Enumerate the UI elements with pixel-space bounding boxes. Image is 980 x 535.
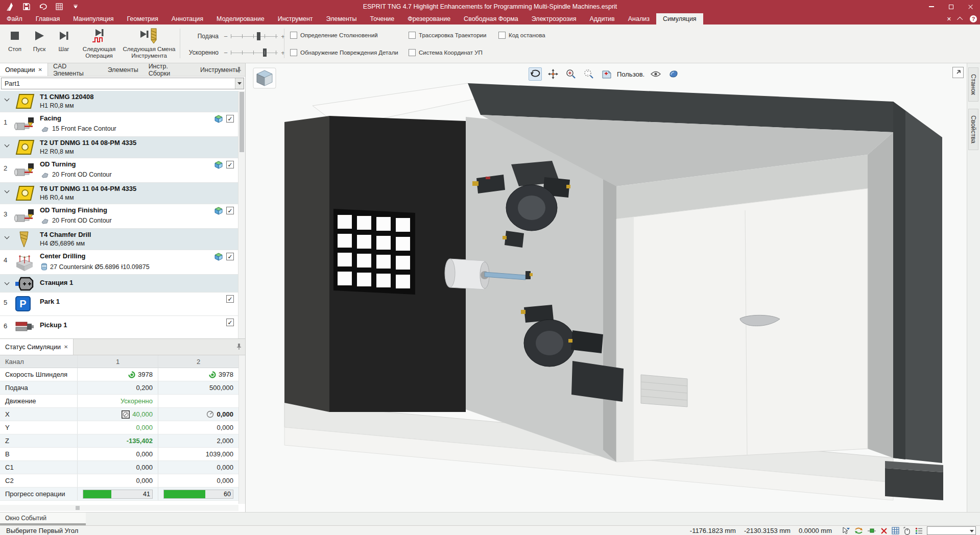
ribbon-close-icon[interactable]: ✕ [947,16,951,22]
tree-row-op-od-turning[interactable]: 2 OD Turning 20 Front OD Contour ✓ [0,158,238,183]
menu-tab-features[interactable]: Элементы [320,13,364,25]
menu-tab-simulation[interactable]: Симуляция [656,13,703,25]
tree-row-tool-t1[interactable]: T1 CNMG 120408 H1 R0,8 мм [0,91,238,112]
operation-checkbox[interactable]: ✓ [226,319,234,326]
tab-close-icon[interactable]: ✕ [38,67,42,72]
maximize-button[interactable] [941,0,961,13]
verify-cube-icon[interactable] [214,161,223,171]
rapid-slider-plus[interactable]: + [280,49,286,57]
chevron-down-icon[interactable] [5,96,10,102]
nc-coordinate-system-checkbox[interactable]: Система Координат УП [409,49,483,56]
tab-features[interactable]: Элементы [103,63,144,76]
chevron-down-icon[interactable] [5,142,10,148]
next-tool-change-button[interactable]: Следующая Смена Инструмента [123,27,176,61]
chevron-down-icon[interactable] [5,188,10,193]
tree-scrollbar-thumb[interactable] [240,92,244,152]
nc-code-icon[interactable] [53,2,65,12]
machine-3d-render[interactable] [246,63,967,512]
tab-properties[interactable]: Свойства [968,109,978,150]
menu-tab-geometry[interactable]: Геометрия [120,13,164,25]
part-selector-dropdown-icon[interactable] [235,78,244,89]
pin-icon[interactable] [236,66,242,76]
quick-access-caret-icon[interactable] [69,2,82,12]
next-operation-button[interactable]: Следующая Операция [77,27,122,61]
chevron-down-icon[interactable] [5,280,10,285]
menu-tab-annotation[interactable]: Аннотация [165,13,210,25]
rapid-slider-thumb[interactable] [263,48,267,57]
menu-tab-modeling[interactable]: Моделирование [210,13,271,25]
rotate-view-icon[interactable] [529,67,542,81]
tree-row-tool-t6[interactable]: T6 UT DNMG 11 04 04-PM 4335 H6 R0,4 мм [0,183,238,204]
view-cube-icon[interactable] [253,67,276,91]
tab-machine[interactable]: Станок [968,67,978,102]
save-icon[interactable] [20,2,33,12]
simulation-viewport[interactable]: Пользов. [246,63,967,512]
rapid-slider[interactable] [231,49,278,56]
tree-row-op-facing[interactable]: 1 Facing 15 Front Face Contour ✓ [0,112,238,137]
collision-detection-checkbox[interactable]: Определение Столкновений [290,32,378,39]
minimize-button[interactable] [922,0,941,13]
undo-icon[interactable] [37,2,49,12]
stop-button[interactable]: Стоп [3,27,27,61]
feed-slider-minus[interactable]: − [223,33,229,40]
grid-icon[interactable] [892,527,899,534]
part-damage-detection-checkbox[interactable]: Обнаружение Повреждения Детали [290,49,398,56]
part-selector[interactable]: Part1 [1,78,244,89]
select-filter-icon[interactable] [842,527,850,535]
close-button[interactable] [961,0,980,13]
menu-tab-edm[interactable]: Электроэрозия [525,13,583,25]
pan-view-icon[interactable] [546,67,560,81]
verify-cube-icon[interactable] [214,253,223,263]
zoom-window-icon[interactable] [582,67,595,81]
tab-cad-elements[interactable]: CAD Элементы [48,63,103,76]
layer-dropdown[interactable] [927,526,976,535]
ribbon-collapse-icon[interactable] [957,17,963,22]
menu-tab-tool[interactable]: Инструмент [271,13,320,25]
visibility-eye-icon[interactable] [649,67,662,81]
layers-list-icon[interactable] [915,527,923,534]
tab-close-icon[interactable]: ✕ [64,344,68,350]
trace-toolpath-checkbox[interactable]: Трассировка Траектории [409,32,486,39]
play-button[interactable]: Пуск [28,27,51,61]
status-table-hscrollbar[interactable] [0,505,238,511]
delete-icon[interactable] [880,527,888,534]
rapid-slider-minus[interactable]: − [223,49,229,57]
user-view-label[interactable]: Пользов. [617,70,644,78]
operation-checkbox[interactable]: ✓ [226,295,234,303]
tab-tool-assemblies[interactable]: Инстр. Сборки [144,63,195,76]
pin-icon[interactable] [236,343,242,352]
feed-slider-thumb[interactable] [257,32,260,40]
menu-tab-milling[interactable]: Фрезерование [401,13,457,25]
tab-operations[interactable]: Операции✕ [0,63,48,76]
tree-scrollbar[interactable] [238,91,245,338]
zoom-icon[interactable] [564,67,578,81]
verify-cube-icon[interactable] [214,207,223,217]
menu-tab-additive[interactable]: Аддитив [583,13,621,25]
tab-events-window[interactable]: Окно Событий [0,513,86,525]
status-table-vscrollbar[interactable] [238,355,245,504]
step-button[interactable]: Шаг [52,27,76,61]
mouse-help-icon[interactable] [903,527,911,535]
tree-row-tool-t2[interactable]: T2 UT DNMG 11 04 08-PM 4335 H2 R0,8 мм [0,137,238,158]
menu-tab-home[interactable]: Главная [29,13,67,25]
snap-node-icon[interactable] [867,528,876,534]
tree-row-op-center-drilling[interactable]: 4 Center Drilling 27 Countersink Ø5.6896… [0,250,238,275]
feed-slider[interactable] [231,33,278,40]
user-view-icon[interactable] [600,67,613,81]
tree-row-op-park-1[interactable]: 5 P Park 1 ✓ [0,293,238,316]
operation-checkbox[interactable]: ✓ [226,161,234,168]
feed-slider-plus[interactable]: + [280,33,286,40]
chevron-down-icon[interactable] [5,234,10,239]
tree-row-op-pickup-1[interactable]: 6 Pickup 1 ✓ [0,316,238,338]
menu-tab-analysis[interactable]: Анализ [622,13,656,25]
menu-tab-manipulation[interactable]: Манипуляция [66,13,120,25]
menu-tab-file[interactable]: Файл [0,13,29,25]
menu-tab-turning[interactable]: Точение [364,13,401,25]
tree-row-station-1[interactable]: Станция 1 [0,275,238,293]
swap-arrows-icon[interactable] [854,527,863,534]
verify-cube-icon[interactable] [214,115,223,125]
tree-row-tool-t4[interactable]: T4 Chamfer Drill H4 Ø5,6896 мм [0,229,238,250]
shading-mode-icon[interactable] [667,67,680,81]
operation-checkbox[interactable]: ✓ [226,115,234,123]
stop-code-checkbox[interactable]: Код останова [498,32,545,39]
